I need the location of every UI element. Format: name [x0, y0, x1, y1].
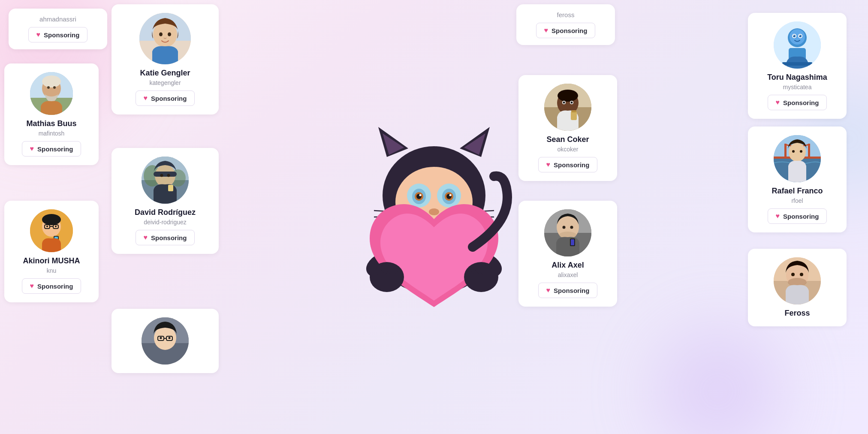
svg-point-66	[167, 174, 170, 177]
heart-icon-david: ♥	[144, 234, 148, 241]
svg-point-57	[168, 33, 171, 36]
svg-point-102	[793, 35, 796, 37]
card-david: David Rodríguez deivid-rodriguez ♥ Spons…	[112, 148, 219, 254]
card-knu: Akinori MUSHA knu ♥ Sponsoring	[4, 201, 99, 302]
avatar-mafintosh	[30, 72, 73, 115]
sponsor-btn-kategengler[interactable]: ♥ Sponsoring	[136, 90, 195, 106]
svg-rect-67	[168, 185, 173, 191]
username-david: deivid-rodriguez	[144, 219, 187, 226]
heart-icon-alixaxel: ♥	[546, 286, 551, 294]
mascot-container	[327, 88, 541, 346]
svg-point-33	[480, 265, 492, 276]
heart-icon-feross-top: ♥	[544, 27, 549, 34]
svg-point-49	[55, 226, 57, 227]
heart-icon-kategengler: ♥	[144, 94, 148, 102]
sponsor-label-toru: Sponsoring	[783, 99, 819, 106]
svg-point-104	[793, 35, 794, 36]
sponsor-label-mafintosh: Sponsoring	[37, 145, 73, 153]
username-toru: mysticatea	[783, 84, 812, 90]
username-ahmadnassri: ahmadnassri	[39, 15, 76, 23]
sponsor-btn-rfoel[interactable]: ♥ Sponsoring	[768, 208, 827, 224]
svg-rect-112	[808, 144, 810, 160]
svg-point-44	[42, 214, 61, 225]
svg-point-122	[800, 273, 803, 276]
svg-rect-111	[784, 144, 787, 160]
sponsor-label-kategengler: Sponsoring	[151, 95, 187, 102]
name-knu: Akinori MUSHA	[23, 256, 80, 265]
svg-point-39	[47, 86, 50, 89]
sponsor-label-knu: Sponsoring	[37, 283, 73, 290]
svg-point-81	[558, 90, 578, 102]
heart-icon-rfoel: ♥	[776, 212, 780, 220]
sponsors-page: ahmadnassri ♥ Sponsoring	[0, 0, 868, 434]
card-rfoel: Rafael Franco rfoel ♥ Sponsoring	[748, 127, 847, 232]
sponsor-btn-feross-top[interactable]: ♥ Sponsoring	[536, 23, 596, 38]
name-kategengler: Katie Gengler	[140, 69, 190, 78]
svg-point-29	[387, 265, 398, 274]
avatar-rfoel	[774, 135, 821, 182]
svg-point-85	[571, 102, 573, 104]
username-okcoker: okcoker	[557, 146, 578, 153]
username-rfoel: rfoel	[791, 197, 803, 204]
sponsor-btn-toru[interactable]: ♥ Sponsoring	[768, 95, 827, 110]
avatar-knu	[30, 209, 73, 252]
card-kategengler: Katie Gengler kategengler ♥ Sponsoring	[112, 4, 219, 115]
heart-icon-ahmadnassri: ♥	[36, 31, 41, 39]
heart-icon-knu: ♥	[30, 282, 34, 290]
sponsor-btn-alixaxel[interactable]: ♥ Sponsoring	[538, 283, 598, 298]
heart-icon-okcoker: ♥	[546, 161, 551, 169]
avatar-okcoker	[544, 84, 591, 131]
card-feross-bottom: Feross	[748, 249, 847, 326]
svg-rect-86	[571, 112, 577, 120]
sponsor-btn-knu[interactable]: ♥ Sponsoring	[22, 278, 81, 294]
sponsor-btn-okcoker[interactable]: ♥ Sponsoring	[538, 157, 598, 172]
card-toru: Toru Nagashima mysticatea ♥ Sponsoring	[748, 13, 847, 119]
svg-point-16	[449, 194, 452, 196]
sponsor-label-alixaxel: Sponsoring	[554, 287, 589, 294]
sponsor-label-david: Sponsoring	[151, 234, 187, 241]
svg-rect-87	[571, 110, 576, 112]
svg-point-56	[159, 33, 163, 36]
svg-rect-107	[782, 62, 812, 66]
svg-point-116	[800, 150, 802, 153]
name-mafintosh: Mathias Buus	[26, 119, 76, 128]
username-feross-top: feross	[557, 11, 575, 18]
username-kategengler: kategengler	[149, 79, 181, 86]
svg-point-99	[790, 29, 805, 45]
card-bottom-second	[112, 309, 219, 373]
svg-rect-96	[571, 239, 574, 245]
avatar-feross	[774, 257, 821, 304]
sponsor-label-feross-top: Sponsoring	[552, 27, 587, 34]
card-ahmadnassri: ahmadnassri ♥ Sponsoring	[9, 9, 107, 49]
name-rfoel: Rafael Franco	[772, 187, 823, 196]
avatar-kategengler	[139, 13, 191, 64]
name-okcoker: Sean Coker	[546, 135, 589, 144]
sponsor-btn-david[interactable]: ♥ Sponsoring	[136, 230, 195, 245]
heart-icon-toru: ♥	[776, 99, 780, 106]
svg-point-15	[419, 194, 422, 196]
svg-point-65	[160, 174, 163, 177]
sponsor-label-ahmadnassri: Sponsoring	[44, 31, 79, 39]
svg-point-40	[53, 86, 56, 89]
card-feross-top: feross ♥ Sponsoring	[516, 4, 615, 45]
avatar-bottom-second	[142, 317, 189, 365]
name-david: David Rodríguez	[135, 208, 196, 217]
sponsor-btn-mafintosh[interactable]: ♥ Sponsoring	[22, 141, 81, 157]
sponsor-btn-ahmadnassri[interactable]: ♥ Sponsoring	[28, 27, 88, 42]
svg-point-115	[792, 150, 795, 153]
avatar-alixaxel	[544, 209, 591, 256]
svg-point-17	[429, 208, 439, 215]
svg-rect-64	[154, 172, 177, 177]
svg-point-92	[563, 226, 566, 229]
svg-point-114	[789, 143, 806, 162]
name-toru: Toru Nagashima	[767, 73, 827, 82]
avatar-toru	[774, 21, 821, 69]
svg-point-103	[799, 35, 802, 37]
username-knu: knu	[47, 267, 57, 274]
bg-decoration-2	[654, 327, 782, 434]
svg-point-76	[169, 337, 171, 339]
username-alixaxel: alixaxel	[558, 271, 578, 278]
sponsor-label-rfoel: Sponsoring	[783, 213, 819, 220]
name-feross: Feross	[784, 309, 810, 318]
username-mafintosh: mafintosh	[39, 130, 65, 137]
